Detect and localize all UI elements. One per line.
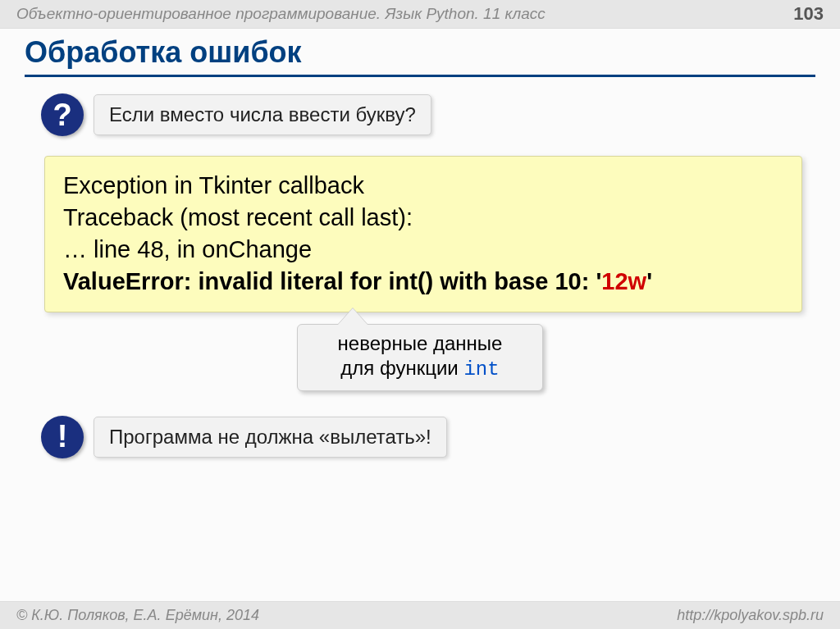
slide-content: Обработка ошибок ? Если вместо числа вве… bbox=[0, 29, 840, 458]
footer-authors: © К.Ю. Поляков, Е.А. Ерёмин, 2014 bbox=[16, 607, 259, 624]
warning-row: ! Программа не должна «вылетать»! bbox=[41, 416, 815, 458]
tip-wrap: неверные данные для функции int bbox=[297, 308, 543, 391]
question-row: ? Если вместо числа ввести букву? bbox=[41, 93, 815, 136]
traceback-box: Exception in Tkinter callback Traceback … bbox=[44, 156, 802, 312]
exclamation-icon: ! bbox=[41, 416, 84, 458]
page-title: Обработка ошибок bbox=[25, 35, 815, 77]
header-subject: Объектно-ориентированное программировани… bbox=[16, 5, 546, 23]
traceback-line-1: Exception in Tkinter callback bbox=[63, 170, 783, 202]
question-text: Если вместо числа ввести букву? bbox=[94, 94, 431, 135]
traceback-line-2: Traceback (most recent call last): bbox=[63, 202, 783, 234]
traceback-error: ValueError: invalid literal for int() wi… bbox=[63, 266, 783, 298]
tip-pointer-icon bbox=[338, 308, 368, 325]
slide-number: 103 bbox=[793, 3, 824, 25]
slide-header: Объектно-ориентированное программировани… bbox=[0, 0, 840, 29]
question-icon: ? bbox=[41, 93, 84, 136]
slide-footer: © К.Ю. Поляков, Е.А. Ерёмин, 2014 http:/… bbox=[0, 601, 840, 629]
tip-box: неверные данные для функции int bbox=[297, 324, 543, 391]
traceback-line-3: … line 48, in onChange bbox=[63, 234, 783, 266]
footer-url: http://kpolyakov.spb.ru bbox=[677, 607, 824, 624]
tip-line-1: неверные данные bbox=[314, 331, 526, 356]
tip-line-2: для функции int bbox=[314, 356, 526, 382]
warning-text: Программа не должна «вылетать»! bbox=[94, 417, 447, 458]
